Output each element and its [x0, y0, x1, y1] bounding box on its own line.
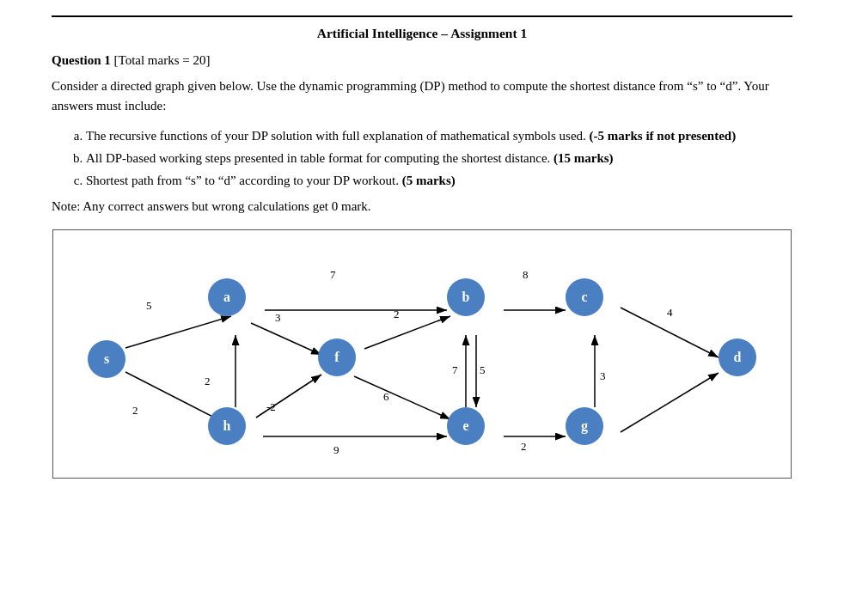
label-c-d: 4 [667, 306, 673, 320]
node-c: c [566, 278, 603, 316]
label-h-f: -2 [266, 400, 276, 414]
part-c-marks: (5 marks) [402, 174, 456, 187]
node-e: e [447, 407, 485, 445]
label-h-a: 2 [205, 375, 211, 388]
part-a-marks: (-5 marks if not presented) [590, 129, 737, 143]
node-h: h [208, 407, 246, 445]
node-d: d [719, 338, 756, 376]
svg-line-0 [125, 316, 231, 348]
part-c: Shortest path from “s” to “d” according … [86, 170, 792, 191]
note-text: Note: Any correct answers but wrong calc… [52, 199, 792, 214]
node-g: g [566, 407, 603, 445]
label-h-e: 9 [333, 443, 339, 457]
node-s: s [88, 340, 125, 378]
label-f-b: 2 [394, 308, 400, 321]
question-number: Question 1 [52, 53, 111, 67]
svg-line-5 [364, 316, 450, 349]
label-e-b: 7 [452, 363, 458, 377]
node-a: a [208, 278, 246, 316]
page-title: Artificial Intelligence – Assignment 1 [52, 15, 792, 41]
label-s-h: 2 [132, 404, 138, 418]
graph-container: s a b c f h e g d 5 2 2 7 3 2 8 5 6 9 -2… [52, 229, 792, 479]
question-body: Consider a directed graph given below. U… [52, 76, 792, 117]
label-f-e: 6 [383, 390, 389, 404]
svg-line-15 [621, 373, 719, 432]
sub-list: The recursive functions of your DP solut… [86, 125, 792, 191]
svg-line-4 [251, 323, 321, 355]
part-a: The recursive functions of your DP solut… [86, 125, 792, 146]
label-b-c: 8 [523, 268, 529, 282]
label-b-e: 5 [480, 363, 486, 377]
graph-svg [53, 230, 791, 478]
label-e-g: 2 [521, 440, 527, 454]
node-b: b [447, 278, 485, 316]
node-f: f [318, 338, 356, 376]
label-s-a: 5 [146, 299, 152, 313]
label-a-f: 3 [275, 311, 281, 325]
part-b-marks: (15 marks) [553, 151, 614, 165]
question-header: Question 1 [Total marks = 20] [52, 53, 792, 68]
part-b: All DP-based working steps presented in … [86, 148, 792, 168]
svg-line-8 [354, 376, 450, 419]
label-g-c: 3 [600, 369, 606, 383]
label-a-b: 7 [330, 268, 336, 282]
question-marks: [Total marks = 20] [114, 53, 211, 67]
